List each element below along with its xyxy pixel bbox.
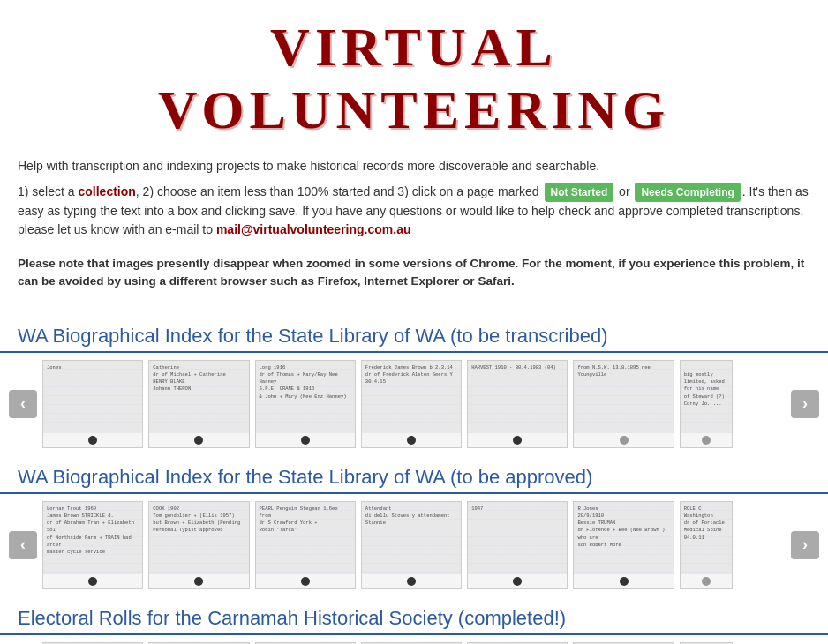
card-item[interactable]: COOK 1902Tom gondolier + (Ellis 1957)but…: [148, 501, 249, 589]
card-dot: [88, 436, 97, 445]
not-started-badge: Not Started: [545, 183, 614, 202]
card-dot: [702, 577, 711, 586]
carousel-track-approve: Lornan Trout 1969James Brown STRICKLE d.…: [37, 501, 791, 589]
card-dot: [702, 436, 711, 445]
section-title-approve: WA Biographical Index for the State Libr…: [0, 461, 828, 494]
card-item[interactable]: R Jones20/9/1910Bessie TRUMANdr Florence…: [573, 501, 674, 589]
card-item[interactable]: HARVEST 1910 - 30.4.1983 (04): [467, 360, 568, 448]
card-dot: [513, 436, 522, 445]
carousel-prev-transcribe[interactable]: ‹: [9, 390, 37, 418]
section-title-completed: Electoral Rolls for the Carnamah Histori…: [0, 602, 828, 635]
page-title: VIRTUAL VOLUNTEERING: [18, 16, 810, 141]
card-item[interactable]: Catherinedr of Michael + CatherineHENRY …: [148, 360, 249, 448]
page-header: VIRTUAL VOLUNTEERING: [0, 0, 828, 150]
card-dot: [407, 577, 416, 586]
card-item[interactable]: ROLE CWashingtondr of PortacleMedical Sp…: [680, 501, 733, 589]
card-item[interactable]: Long 1916dr of Thomas + Mary/Ray Nee Han…: [255, 360, 356, 448]
card-dot: [620, 436, 629, 445]
card-dot: [88, 577, 97, 586]
carousel-transcribe: ‹Jones Catherinedr of Michael + Catherin…: [0, 360, 828, 448]
section-title-transcribe: WA Biographical Index for the State Libr…: [0, 319, 828, 353]
email-link[interactable]: mail@virtualvolunteering.com.au: [216, 222, 411, 236]
card-item[interactable]: Attendantdi dellu Stoves y attendament S…: [361, 501, 462, 589]
needs-completing-badge: Needs Completing: [635, 183, 740, 202]
card-item[interactable]: Frederick James Brown b 2.3.14dr of Fred…: [361, 360, 462, 448]
collection-link[interactable]: collection: [78, 184, 135, 198]
card-item[interactable]: from N.S.W. 13.8.1895 nee Youngville: [573, 360, 674, 448]
tagline: Help with transcription and indexing pro…: [18, 157, 810, 176]
intro-section: Help with transcription and indexing pro…: [0, 150, 828, 307]
instruction-text-3: or: [615, 184, 633, 198]
card-dot: [301, 577, 310, 586]
card-dot: [194, 577, 203, 586]
carousel-track-transcribe: Jones Catherinedr of Michael + Catherine…: [37, 360, 791, 448]
card-dot: [620, 577, 629, 586]
card-item[interactable]: big mostly limited, asked for his nameof…: [680, 360, 733, 448]
card-item[interactable]: 1947: [467, 501, 568, 589]
carousel-next-approve[interactable]: ›: [791, 531, 819, 559]
instructions: 1) select a collection, 2) choose an ite…: [18, 183, 810, 239]
card-dot: [513, 577, 522, 586]
card-dot: [301, 436, 310, 445]
instruction-text-2: , 2) choose an item less than 100% start…: [136, 184, 543, 198]
instruction-text-1: 1) select a: [18, 184, 78, 198]
card-item[interactable]: Lornan Trout 1969James Brown STRICKLE d.…: [42, 501, 143, 589]
carousel-next-transcribe[interactable]: ›: [791, 390, 819, 418]
carousel-approve: ‹Lornan Trout 1969James Brown STRICKLE d…: [0, 501, 828, 589]
card-item[interactable]: Jones: [42, 360, 143, 448]
sections-container: WA Biographical Index for the State Libr…: [0, 319, 828, 645]
card-dot: [194, 436, 203, 445]
card-item[interactable]: PEARL Penguin Stegman 1.6exfromdr S Craw…: [255, 501, 356, 589]
card-dot: [407, 436, 416, 445]
carousel-prev-approve[interactable]: ‹: [9, 531, 37, 559]
warning-text: Please note that images presently disapp…: [18, 246, 810, 295]
